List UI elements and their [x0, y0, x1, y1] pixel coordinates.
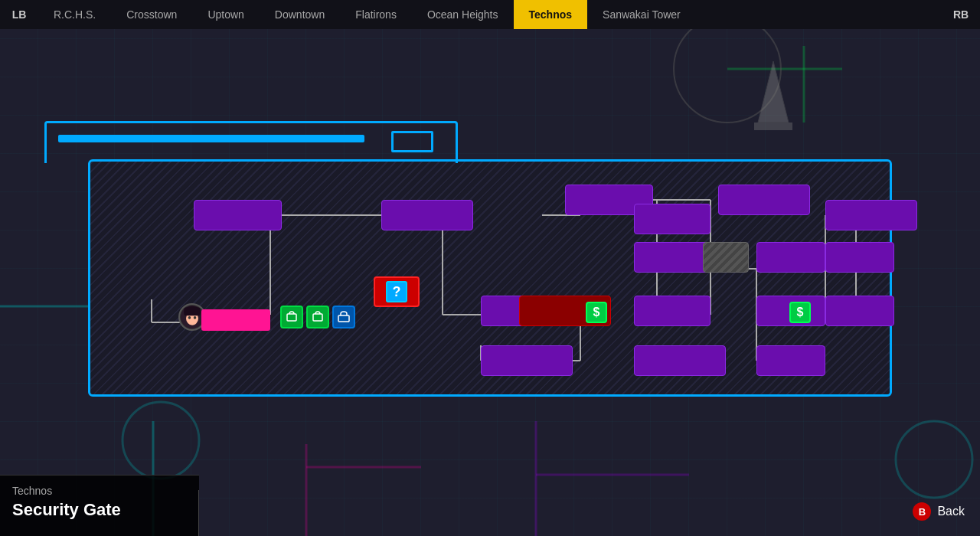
- tab-flatirons[interactable]: Flatirons: [340, 0, 412, 29]
- map-node-bottom-3[interactable]: [756, 345, 825, 376]
- rb-button[interactable]: RB: [942, 0, 980, 29]
- map-node-4[interactable]: [634, 204, 710, 234]
- map-node-2[interactable]: [381, 200, 473, 230]
- shop-icon-1[interactable]: [280, 306, 303, 328]
- main-map-area: ?: [88, 159, 892, 397]
- player-name-bar: [201, 309, 270, 331]
- map-node-12[interactable]: [825, 242, 894, 273]
- back-label: Back: [937, 505, 965, 518]
- tab-ocean-heights[interactable]: Ocean Heights: [412, 0, 514, 29]
- map-node-bottom-1[interactable]: [481, 345, 573, 376]
- map-node-bottom-2[interactable]: [634, 345, 726, 376]
- inner-bar: [58, 135, 364, 142]
- bottom-info-panel: Technos Security Gate: [0, 475, 199, 536]
- top-navigation: LB R.C.H.S. Crosstown Uptown Downtown Fl…: [0, 0, 980, 29]
- svg-rect-49: [184, 308, 200, 316]
- back-button[interactable]: B Back: [913, 502, 965, 521]
- svg-rect-53: [313, 314, 322, 321]
- b-button-icon: B: [913, 502, 931, 521]
- map-container: ?: [0, 29, 980, 536]
- map-node-13[interactable]: [825, 296, 894, 326]
- svg-rect-52: [287, 314, 296, 321]
- panel-divider: [198, 490, 199, 536]
- svg-point-51: [194, 316, 197, 319]
- shop-icon-2[interactable]: [306, 306, 329, 328]
- lb-button[interactable]: LB: [0, 0, 38, 29]
- shop-dollar-2[interactable]: $: [789, 302, 811, 323]
- shop-dollar-1[interactable]: $: [586, 302, 607, 323]
- tab-downtown[interactable]: Downtown: [260, 0, 340, 29]
- map-node-5[interactable]: [718, 185, 810, 215]
- map-node-9[interactable]: [634, 242, 710, 273]
- tab-crosstown[interactable]: Crosstown: [111, 0, 192, 29]
- location-label: Security Gate: [12, 500, 187, 520]
- map-node-gray[interactable]: [703, 242, 749, 273]
- map-node-8[interactable]: [634, 296, 710, 326]
- nav-tabs-container: R.C.H.S. Crosstown Uptown Downtown Flati…: [38, 0, 942, 29]
- question-block[interactable]: ?: [374, 276, 420, 307]
- question-mark-icon: ?: [386, 281, 407, 302]
- map-node-6[interactable]: [825, 200, 917, 230]
- tab-sanwakai-tower[interactable]: Sanwakai Tower: [587, 0, 696, 29]
- outer-area-top: [44, 121, 458, 163]
- svg-rect-54: [338, 315, 349, 322]
- tab-technos[interactable]: Technos: [514, 0, 588, 29]
- map-node-1[interactable]: [194, 200, 282, 230]
- svg-point-50: [188, 316, 191, 319]
- map-node-10[interactable]: [756, 242, 825, 273]
- player-character: [178, 303, 206, 331]
- tab-uptown[interactable]: Uptown: [192, 0, 259, 29]
- district-label: Technos: [12, 485, 187, 497]
- small-box: [391, 131, 433, 152]
- shop-icon-3[interactable]: [332, 306, 355, 328]
- shop-icons-row: [280, 306, 355, 328]
- tab-rchs[interactable]: R.C.H.S.: [38, 0, 111, 29]
